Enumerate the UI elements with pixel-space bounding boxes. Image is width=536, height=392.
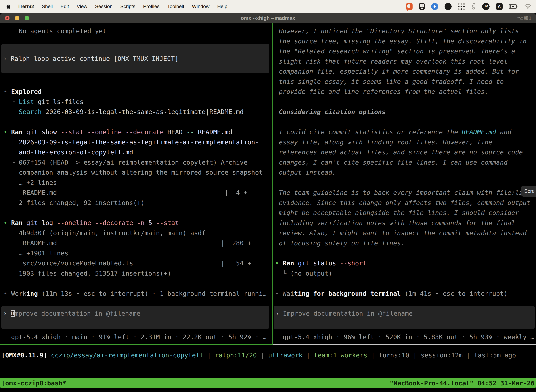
terminal-line: companion analysis without altering the … xyxy=(4,167,270,177)
dots-grid-icon[interactable] xyxy=(458,3,465,10)
menu-item-scripts[interactable]: Scripts xyxy=(120,4,135,9)
terminal-line: … +1901 lines xyxy=(4,248,270,258)
terminal-line: › Ralph loop active continue [OMX_TMUX_I… xyxy=(1,54,178,64)
terminal-line: └ List git ls-files xyxy=(4,97,270,107)
terminal-line: … +2 lines xyxy=(4,177,270,188)
right-prompt-input[interactable]: › Improve documentation in @filename xyxy=(274,306,535,329)
terminal-line: review. Also, I might want to inspect th… xyxy=(275,228,534,238)
window-shortcut-badge: ⌥⌘1 xyxy=(517,15,531,21)
terminal-line: evidence. Since this change only affects… xyxy=(275,198,534,208)
terminal-line xyxy=(4,117,270,127)
terminal-line: • Waiting for background terminal (1m 41… xyxy=(275,289,534,299)
menu-item-session[interactable]: Session xyxy=(95,4,113,9)
terminal-line: └ No agents completed yet xyxy=(4,26,270,36)
window-title: omx --xhigh --madmax xyxy=(0,15,536,21)
terminal-line xyxy=(275,97,534,107)
terminal-line: gpt-5.4 xhigh · main · 91% left · 2.31M … xyxy=(4,332,270,342)
terminal-line: Search 2026-03-09-is-legal-the-same-as-l… xyxy=(4,107,270,117)
right-ran-line: • Ran git status --short xyxy=(275,258,534,268)
terminal-line: [OMX#0.11.9] cczip/essay/ai-reimplementa… xyxy=(0,350,536,360)
terminal-line: of focusing solely on file lines. xyxy=(275,238,534,248)
menu-status-icons: ..61 A xyxy=(406,3,536,10)
wifi-icon[interactable] xyxy=(524,4,531,9)
battery-icon[interactable] xyxy=(509,4,518,9)
moon-icon[interactable] xyxy=(445,3,452,10)
left-working-line: • Working (11m 13s • esc to interrupt) ·… xyxy=(4,289,270,299)
terminal-line: README.md | 280 + xyxy=(4,238,270,248)
menu-item-profiles[interactable]: Profiles xyxy=(143,4,159,9)
terminal-line: • Ran git status --short xyxy=(275,258,534,268)
apple-menu-icon[interactable] xyxy=(6,4,10,9)
chat-app-icon[interactable] xyxy=(406,3,412,10)
left-pane-edge-border xyxy=(0,23,0,345)
terminal: └ No agents completed yet › Ralph loop a… xyxy=(0,23,536,392)
terminal-line: Considering citation options xyxy=(275,107,534,117)
terminal-line: the source tree, missing the essay. Stil… xyxy=(275,36,534,46)
terminal-line: might be acceptable alongside the file l… xyxy=(275,208,534,218)
terminal-line: README.md | 4 + xyxy=(4,187,270,198)
left-explored-block: • Explored └ List git ls-files Search 20… xyxy=(4,87,270,208)
badge-61-icon[interactable]: ..61 xyxy=(482,3,490,10)
terminal-line: this single essay, it seems like a good … xyxy=(275,77,534,87)
tmux-window-label[interactable]: [omx-cczip0:bash* xyxy=(0,378,66,388)
terminal-line: slight risk that future readers may over… xyxy=(275,56,534,67)
terminal-line: including verification notes with those … xyxy=(275,218,534,228)
terminal-line: • Ran git show --stat --oneline --decora… xyxy=(4,127,270,137)
terminal-line: I could cite commit statistics or refere… xyxy=(275,127,534,137)
left-prompt-input[interactable]: › Improve documentation in @filename xyxy=(1,306,269,329)
terminal-line: 2 files changed, 92 insertions(+) xyxy=(4,198,270,208)
menu-item-help[interactable]: Help xyxy=(217,4,227,9)
menu-left: iTerm2 Shell Edit View Session Scripts P… xyxy=(0,4,227,9)
terminal-line: › Improve documentation in @filename xyxy=(274,308,535,319)
terminal-line xyxy=(275,177,534,188)
terminal-line: • Explored xyxy=(4,87,270,97)
terminal-line: changes, I can't cite specific file line… xyxy=(275,157,534,168)
terminal-line: companion file, especially if more comme… xyxy=(275,66,534,77)
shield-grid-icon[interactable] xyxy=(419,3,425,10)
menu-item-iterm2[interactable]: iTerm2 xyxy=(18,4,34,9)
terminal-line: 1903 files changed, 513517 insertions(+) xyxy=(4,268,270,279)
terminal-line: › Improve documentation in @filename xyxy=(1,308,269,319)
omx-status-bar: [OMX#0.11.9] cczip/essay/ai-reimplementa… xyxy=(0,345,536,378)
terminal-line: provide file and line references from th… xyxy=(275,87,534,97)
terminal-line: • Working (11m 13s • esc to interrupt) ·… xyxy=(4,289,270,299)
tmux-status-bar: [omx-cczip0:bash* "MacBook-Pro-44.local"… xyxy=(0,378,536,388)
terminal-line: The team guideline is to back every impo… xyxy=(275,187,534,198)
menu-bar: iTerm2 Shell Edit View Session Scripts P… xyxy=(0,0,536,13)
menu-item-shell[interactable]: Shell xyxy=(42,4,53,9)
window-title-bar[interactable]: omx --xhigh --madmax ⌥⌘1 xyxy=(0,13,536,23)
terminal-line: the "Related research writing" section i… xyxy=(275,46,534,56)
left-model-status-line: gpt-5.4 xhigh · main · 91% left · 2.31M … xyxy=(4,332,270,342)
terminal-line: └ 067f154 (HEAD -> essay/ai-reimplementa… xyxy=(4,157,270,168)
right-waiting-line: • Waiting for background terminal (1m 41… xyxy=(275,289,534,299)
terminal-line: output instead. xyxy=(275,167,534,177)
terminal-line: └ 4b9d30f (origin/main, instructkr/main,… xyxy=(4,228,270,238)
pane-divider[interactable] xyxy=(272,23,273,345)
left-agents-block: └ No agents completed yet xyxy=(4,26,270,36)
terminal-line: However, I noticed the "Directory Struct… xyxy=(275,26,534,36)
terminal-line: src/voice/voiceModeEnabled.ts | 54 + xyxy=(4,258,270,268)
input-source-icon[interactable]: A xyxy=(496,3,502,10)
terminal-line xyxy=(275,117,534,127)
terminal-line: • Ran git log --oneline --decorate -n 5 … xyxy=(4,218,270,228)
screen-tooltip-fragment[interactable]: Scre xyxy=(521,186,536,196)
menu-item-toolbelt[interactable]: Toolbelt xyxy=(167,4,184,9)
right-model-status-line: gpt-5.4 xhigh · 96% left · 520K in · 5.8… xyxy=(275,332,534,342)
terminal-line: └ (no output) xyxy=(275,268,534,279)
hook-icon[interactable] xyxy=(471,3,476,10)
left-gitlog-block: • Ran git log --oneline --decorate -n 5 … xyxy=(4,218,270,278)
right-reasoning-block: However, I noticed the "Directory Struct… xyxy=(275,26,534,248)
terminal-line: references need actual files, and since … xyxy=(275,147,534,157)
menu-item-edit[interactable]: Edit xyxy=(61,4,69,9)
pane-left: └ No agents completed yet › Ralph loop a… xyxy=(0,23,272,345)
tmux-host-clock: "MacBook-Pro-44.local" 04:52 31-Mar-26 xyxy=(390,378,536,388)
left-inject-box: › Ralph loop active continue [OMX_TMUX_I… xyxy=(1,44,269,73)
menu-item-window[interactable]: Window xyxy=(192,4,210,9)
terminal-line: │ 2026-03-09-is-legal-the-same-as-legiti… xyxy=(4,137,270,147)
menu-item-view[interactable]: View xyxy=(77,4,87,9)
tooltip-label: Scre xyxy=(524,188,535,194)
blue-badge-icon[interactable] xyxy=(431,3,438,10)
screen: iTerm2 Shell Edit View Session Scripts P… xyxy=(0,0,536,392)
terminal-line: │ and-the-erosion-of-copyleft.md xyxy=(4,147,270,157)
right-nooutput-line: └ (no output) xyxy=(275,268,534,279)
